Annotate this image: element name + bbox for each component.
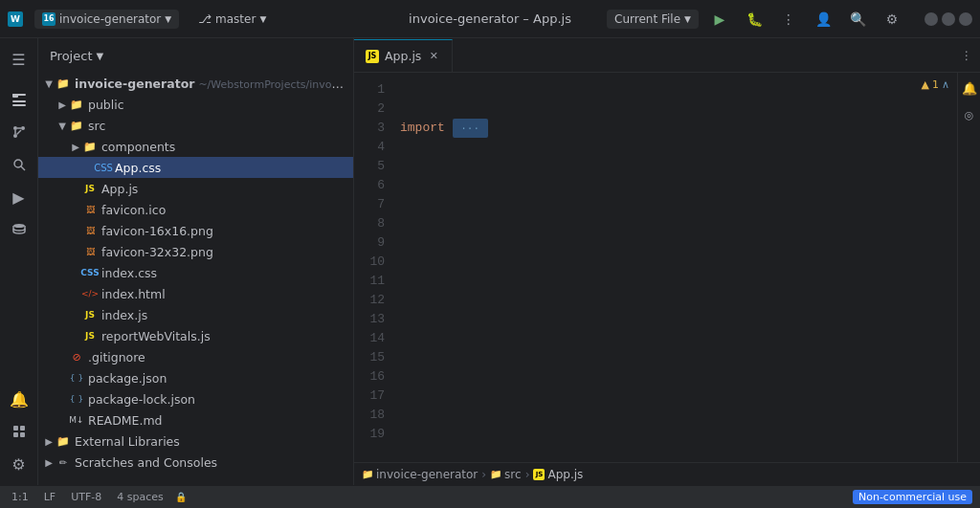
tree-arrow-external: ▶ xyxy=(42,436,56,447)
tree-item-favicon-ico[interactable]: 🖼 favicon.ico xyxy=(38,199,353,220)
settings-button[interactable]: ⚙ xyxy=(879,6,905,33)
img-icon-favicon32: 🖼 xyxy=(82,244,98,259)
tree-item-app-js[interactable]: JS App.js xyxy=(38,178,353,199)
tree-item-root[interactable]: ▼ 📁 invoice-generator ~/WebstormProjects… xyxy=(38,73,353,94)
profile-button[interactable]: 👤 xyxy=(810,6,836,33)
current-file-button[interactable]: Current File ▼ xyxy=(607,10,699,29)
git-file-icon: ⊘ xyxy=(69,349,84,364)
md-file-icon: M↓ xyxy=(69,412,84,428)
svg-rect-2 xyxy=(12,104,26,106)
status-bar: 1:1 LF UTF-8 4 spaces 🔒 Non-commercial u… xyxy=(0,485,980,508)
tree-item-favicon-16[interactable]: 🖼 favicon-16x16.png xyxy=(38,220,353,241)
current-file-dropdown-icon: ▼ xyxy=(684,14,691,24)
tree-item-app-css[interactable]: CSS App.css xyxy=(38,157,353,178)
tree-item-components[interactable]: ▶ 📁 components xyxy=(38,136,353,157)
line-numbers: 1 2 3 4 5 6 7 8 9 10 11 12 13 14 15 16 1… xyxy=(354,73,396,462)
line-ending[interactable]: LF xyxy=(40,489,59,505)
warning-count: 1 xyxy=(932,78,939,91)
folder-icon-root: 📁 xyxy=(56,76,71,91)
tree-item-reportwebvitals[interactable]: JS reportWebVitals.js xyxy=(38,325,353,346)
svg-rect-3 xyxy=(12,94,26,96)
breadcrumb-file-icon: JS xyxy=(533,469,545,480)
main-area: ☰ ▶ 🔔 ⚙ Project ▼ ▼ xyxy=(0,38,980,485)
code-editor[interactable]: import ··· class App extends Component {… xyxy=(396,73,957,462)
tree-item-favicon-32[interactable]: 🖼 favicon-32x32.png xyxy=(38,241,353,262)
project-name-button[interactable]: 16 invoice-generator ▼ xyxy=(34,10,179,29)
breadcrumb-file[interactable]: JS App.js xyxy=(533,468,583,481)
vcs-icon[interactable] xyxy=(4,117,34,147)
tree-item-readme[interactable]: M↓ README.md xyxy=(38,409,353,431)
tree-arrow-components: ▶ xyxy=(69,142,82,152)
project-dropdown-icon: ▼ xyxy=(165,14,171,24)
tab-close-button[interactable]: ✕ xyxy=(427,50,440,63)
run-debug-icon[interactable]: ▶ xyxy=(4,182,34,212)
readonly-icon: 🔒 xyxy=(175,492,187,502)
breadcrumb-src[interactable]: 📁 src xyxy=(490,468,522,481)
folder-icon-external: 📁 xyxy=(56,433,71,449)
css-file-icon-app: CSS xyxy=(96,160,111,175)
tab-app-js[interactable]: JS App.js ✕ xyxy=(354,39,453,72)
tab-more-button[interactable]: ⋮ xyxy=(953,39,980,72)
branch-button[interactable]: ⎇ master ▼ xyxy=(190,10,274,29)
svg-rect-1 xyxy=(12,100,26,102)
tree-item-src[interactable]: ▼ 📁 src xyxy=(38,115,353,136)
database-icon[interactable] xyxy=(4,214,34,245)
breadcrumb-src-icon: 📁 xyxy=(490,469,501,479)
title-bar-right: Current File ▼ ▶ 🐛 ⋮ 👤 🔍 ⚙ xyxy=(607,6,972,33)
json-file-icon-lock: { } xyxy=(69,391,84,407)
plugins-icon[interactable] xyxy=(4,416,34,447)
run-button[interactable]: ▶ xyxy=(706,6,733,33)
cursor-position[interactable]: 1:1 xyxy=(8,489,33,505)
close-button[interactable] xyxy=(959,12,972,26)
notifications-icon[interactable]: 🔔 xyxy=(4,384,34,414)
tree-item-public[interactable]: ▶ 📁 public xyxy=(38,94,353,115)
breadcrumb-sep-1: › xyxy=(481,468,486,481)
indent-setting[interactable]: 4 spaces xyxy=(113,489,167,505)
tab-bar: JS App.js ✕ ⋮ xyxy=(354,38,980,73)
settings-icon[interactable]: ⚙ xyxy=(4,449,34,479)
ai-assistant-icon[interactable]: ◎ xyxy=(960,105,979,124)
non-commercial-badge[interactable]: Non-commercial use xyxy=(853,490,972,504)
svg-line-9 xyxy=(16,130,21,135)
tree-item-scratches[interactable]: ▶ ✏ Scratches and Consoles xyxy=(38,452,353,473)
window-controls xyxy=(924,12,972,26)
title-bar-left: W 16 invoice-generator ▼ ⎇ master ▼ xyxy=(8,10,274,29)
svg-line-11 xyxy=(21,166,25,170)
editor-warning-badge[interactable]: ▲ 1 ∧ xyxy=(921,78,949,91)
warning-icon: ▲ xyxy=(921,78,928,91)
tree-item-external-libs[interactable]: ▶ 📁 External Libraries xyxy=(38,431,353,452)
status-left: 1:1 LF UTF-8 4 spaces 🔒 xyxy=(8,489,187,505)
file-tree-content[interactable]: ▼ 📁 invoice-generator ~/WebstormProjects… xyxy=(38,73,353,485)
encoding[interactable]: UTF-8 xyxy=(67,489,105,505)
find-icon[interactable] xyxy=(4,149,34,180)
notifications-panel-icon[interactable]: 🔔 xyxy=(960,78,979,98)
js-file-icon-index: JS xyxy=(82,307,98,322)
breadcrumb-project[interactable]: 📁 invoice-generator xyxy=(362,468,478,481)
editor-inner: 1 2 3 4 5 6 7 8 9 10 11 12 13 14 15 16 1… xyxy=(354,73,980,462)
more-options-button[interactable]: ⋮ xyxy=(775,6,802,33)
search-button[interactable]: 🔍 xyxy=(844,6,871,33)
tree-item-index-html[interactable]: </> index.html xyxy=(38,283,353,304)
tree-item-package-lock[interactable]: { } package-lock.json xyxy=(38,388,353,409)
project-tree-icon[interactable] xyxy=(4,84,34,115)
svg-rect-13 xyxy=(13,426,18,431)
img-icon-favicon: 🖼 xyxy=(82,202,98,217)
tree-arrow-root: ▼ xyxy=(42,78,56,89)
scratches-icon: ✏ xyxy=(56,454,71,470)
tree-item-package-json[interactable]: { } package.json xyxy=(38,367,353,388)
svg-rect-14 xyxy=(20,426,25,431)
minimize-button[interactable] xyxy=(924,12,938,26)
code-line-6 xyxy=(400,406,957,425)
maximize-button[interactable] xyxy=(942,12,955,26)
code-line-1: import ··· xyxy=(400,119,957,138)
current-file-label: Current File xyxy=(614,12,680,26)
tree-arrow-scratches: ▶ xyxy=(42,457,56,468)
tree-item-index-js[interactable]: JS index.js xyxy=(38,304,353,325)
folder-icon-public: 📁 xyxy=(69,97,84,112)
tree-arrow-public: ▶ xyxy=(56,99,69,110)
project-chevron-icon: ▼ xyxy=(96,51,103,61)
tree-item-index-css[interactable]: CSS index.css xyxy=(38,262,353,283)
hamburger-menu-icon[interactable]: ☰ xyxy=(4,44,34,75)
tree-item-gitignore[interactable]: ⊘ .gitignore xyxy=(38,346,353,367)
debug-button[interactable]: 🐛 xyxy=(741,6,768,33)
